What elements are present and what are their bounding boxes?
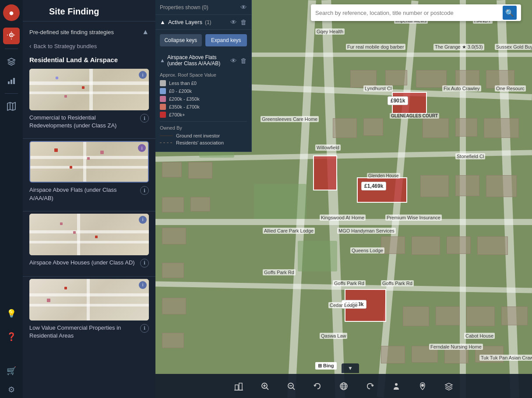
strategy-thumbnail-2[interactable]: i [29,141,149,183]
expand-bottom-arrow[interactable]: ▼ [342,363,359,373]
map-bottom-toolbar [155,374,532,398]
map-place-11: Willowfield [315,144,341,151]
map-place-8: Fix Auto Crawley [442,85,481,92]
toolbar-pin-btn[interactable] [414,377,431,395]
toolbar-layers-btn[interactable] [440,377,458,395]
map-place-9: One Resourc [495,85,526,92]
toolbar-globe-btn[interactable] [335,377,352,395]
properties-shown-text: Properties shown (0) [160,4,208,11]
legend-divider [160,121,247,122]
toolbar-undo-btn[interactable] [309,377,326,395]
map-place-23: Cabot House [464,333,495,339]
strategy-name-row-3: Airspace Above Houses (under Class AD) ℹ [29,259,149,268]
strategies-collapse-btn[interactable]: ▲ [142,28,149,36]
sidebar-header: Site Finding [23,0,155,21]
map-place-13: Kingswood At Home [320,215,366,221]
map-place-1: Gqey Health [315,28,345,35]
strategy-name-1: Commercial to Residential Redevelopments… [29,114,138,130]
strategy-info-btn-2[interactable]: ℹ [140,186,149,195]
app-logo[interactable]: ● [3,4,20,21]
owned-by-dashed-line [160,142,173,143]
sidebar-icon-info[interactable]: ❓ [3,328,20,345]
active-layers-title: ▲ Active Layers (1) [160,19,211,25]
map-place-19: Goffs Park Rd [333,280,366,286]
svg-rect-8 [235,385,238,390]
expand-keys-button[interactable]: Expand keys [205,34,247,46]
toolbar-redo-btn[interactable] [361,377,379,395]
sidebar-icon-settings[interactable]: ⚙ [3,381,20,398]
map-place-21: Ferndale Nursing Home [429,344,483,350]
svg-point-23 [395,383,398,386]
active-layer-eye-icon[interactable]: 👁 [230,18,237,26]
back-link[interactable]: ‹ Back to Strategy bundles [23,40,155,54]
strategy-info-btn-3[interactable]: ℹ [140,259,149,268]
legend-color-4 [160,112,166,118]
legend-item-0: Less than £0 [160,80,247,86]
layer-item-name: Airspace Above Flats (under Class A/AA/A… [167,54,230,67]
legend-color-0 [160,80,166,86]
sidebar-icon-rail: ● [0,0,23,398]
eye-icon[interactable]: 👁 [240,4,247,11]
layer-item-delete-icon[interactable]: 🗑 [240,57,247,64]
strategy-info-btn-1[interactable]: ℹ [140,114,149,123]
icon-divider-1 [5,49,18,49]
strategy-name-2: Airspace Above Flats (under Class A/AA/A… [29,186,138,202]
sidebar-icon-layers[interactable] [3,53,20,70]
property-highlight-2[interactable] [313,155,337,190]
search-button[interactable]: 🔍 [503,6,517,20]
legend-color-2 [160,96,166,102]
owned-by-dashed: Residents' association [160,140,247,145]
legend-label-1: £0 - £200k [169,88,192,94]
sidebar-icon-bulb[interactable]: 💡 [3,305,20,322]
strategy-item-4: i Low Value Commercial Properties in Res… [23,279,155,349]
legend-label-3: £350k - £700k [169,104,200,109]
strategy-name-row-4: Low Value Commercial Properties in Resid… [29,324,149,340]
section-title: Residential Land & Airspace [23,54,155,69]
map-place-6: Sussex Gold Buyers [495,44,532,50]
active-layers-panel: Properties shown (0) 👁 ▲ Active Layers (… [155,0,252,152]
strategy-thumbnail-4[interactable]: i [29,279,149,321]
layer-item-eye-icon[interactable]: 👁 [230,57,237,64]
collapse-keys-button[interactable]: Collapse keys [160,34,202,46]
legend-item-4: £700k+ [160,112,247,118]
search-input[interactable] [315,10,503,16]
map-place-10: Greensleeves Care Home [261,116,319,122]
owned-by-title: Owned By [160,125,247,130]
toolbar-person-btn[interactable] [388,377,405,395]
legend-item-3: £350k - £700k [160,104,247,110]
strategies-title: Pre-defined site finding strategies [29,29,114,35]
keys-buttons: Collapse keys Expand keys [155,30,251,51]
strategy-name-3: Airspace Above Houses (under Class AD) [29,259,138,267]
strategy-thumbnail-3[interactable]: i [29,214,149,255]
map-place-14: Premium Wise Insurance [385,215,442,221]
strategy-name-row-2: Airspace Above Flats (under Class A/AA/A… [29,186,149,202]
sidebar-icon-data[interactable] [3,72,20,89]
active-layers-label: Active Layers [168,19,202,25]
property-label-1: £901k [388,96,408,105]
svg-marker-5 [7,102,15,110]
map-place-24: Goffs Park Rd [381,280,414,286]
svg-rect-2 [8,81,10,84]
sidebar-icon-map[interactable] [3,98,20,115]
svg-rect-4 [13,78,15,84]
map-place-25: Cedar Lodge [328,302,359,308]
active-layers-icons: 👁 🗑 [230,18,247,26]
strategy-thumbnail-1[interactable]: i [29,69,149,110]
legend-item-1: £0 - £200k [160,88,247,94]
map-label-glenden: Glenden House [367,173,400,179]
toolbar-buildings-btn[interactable] [230,377,247,395]
strategy-name-row-1: Commercial to Residential Redevelopments… [29,114,149,130]
map-place-22: Tuk Tuk Pan Asian Crawley [479,355,532,361]
toolbar-zoom-out-btn[interactable] [282,377,300,395]
layers-chevron-icon: ▲ [160,19,166,25]
svg-point-1 [11,35,12,36]
owned-by-dashed-label: Residents' association [176,140,224,145]
legend-label-0: Less than £0 [169,81,197,86]
strategy-info-btn-4[interactable]: ℹ [140,324,149,333]
active-layer-delete-icon[interactable]: 🗑 [240,18,247,26]
map-place-17: Queens Lodge [350,247,384,254]
map-label-gleaneagles: GLENEAGLES COURT [390,113,439,119]
toolbar-zoom-in-btn[interactable] [256,377,274,395]
sidebar-icon-sitefinding[interactable] [3,28,20,44]
sidebar-icon-cart[interactable]: 🛒 [3,363,20,379]
